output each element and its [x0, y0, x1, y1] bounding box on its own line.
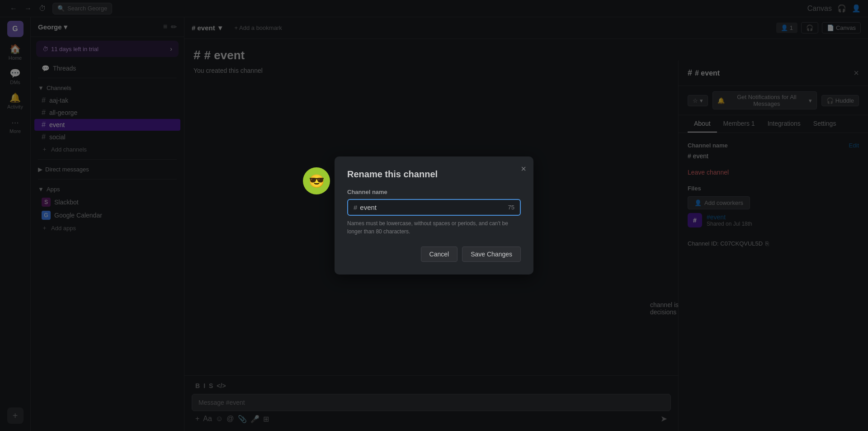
modal-hint: Names must be lowercase, without spaces …	[347, 219, 521, 236]
modal-title: Rename this channel	[347, 169, 521, 180]
save-changes-button[interactable]: Save Changes	[462, 246, 521, 262]
modal-input-prefix: #	[354, 204, 357, 211]
cancel-button[interactable]: Cancel	[421, 246, 458, 262]
modal-overlay[interactable]: Rename this channel × Channel name # 75 …	[0, 0, 868, 431]
modal-input-row: # 75	[347, 199, 521, 216]
modal-input-label: Channel name	[347, 189, 521, 195]
modal-close-button[interactable]: ×	[521, 164, 526, 174]
rename-channel-modal: Rename this channel × Channel name # 75 …	[335, 156, 533, 275]
char-count: 75	[508, 204, 514, 211]
modal-actions: Cancel Save Changes	[347, 246, 521, 262]
channel-name-input[interactable]	[360, 204, 508, 211]
